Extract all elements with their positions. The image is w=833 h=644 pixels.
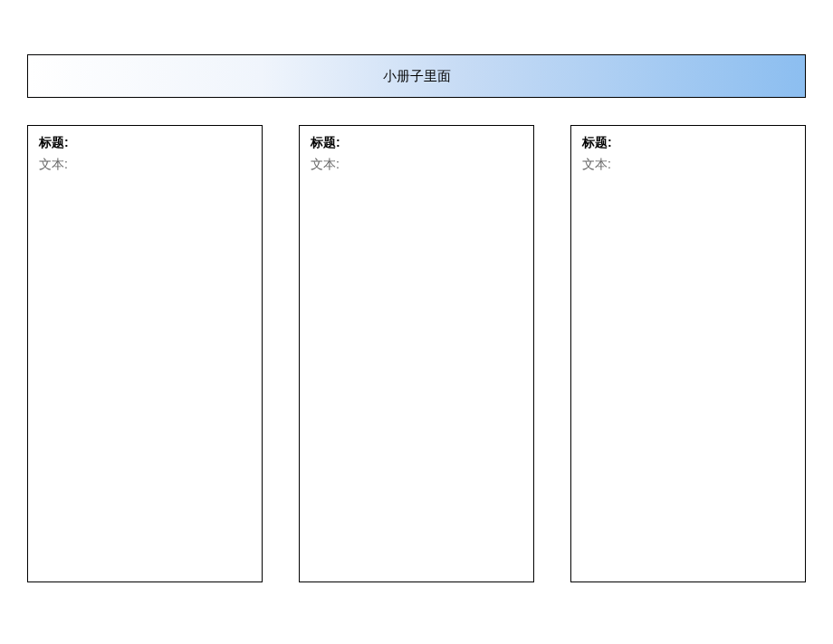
panel-text-label: 文本: <box>311 157 522 173</box>
panel-center: 标题: 文本: <box>299 125 534 582</box>
panel-right: 标题: 文本: <box>570 125 806 582</box>
panel-text-label: 文本: <box>39 157 251 173</box>
panel-text-label: 文本: <box>582 157 794 173</box>
panels-container: 标题: 文本: 标题: 文本: 标题: 文本: <box>27 125 806 582</box>
panel-title-label: 标题: <box>582 135 794 151</box>
banner-title: 小册子里面 <box>383 68 451 85</box>
page-banner: 小册子里面 <box>27 54 806 98</box>
panel-title-label: 标题: <box>39 135 251 151</box>
panel-title-label: 标题: <box>311 135 522 151</box>
panel-left: 标题: 文本: <box>27 125 263 582</box>
